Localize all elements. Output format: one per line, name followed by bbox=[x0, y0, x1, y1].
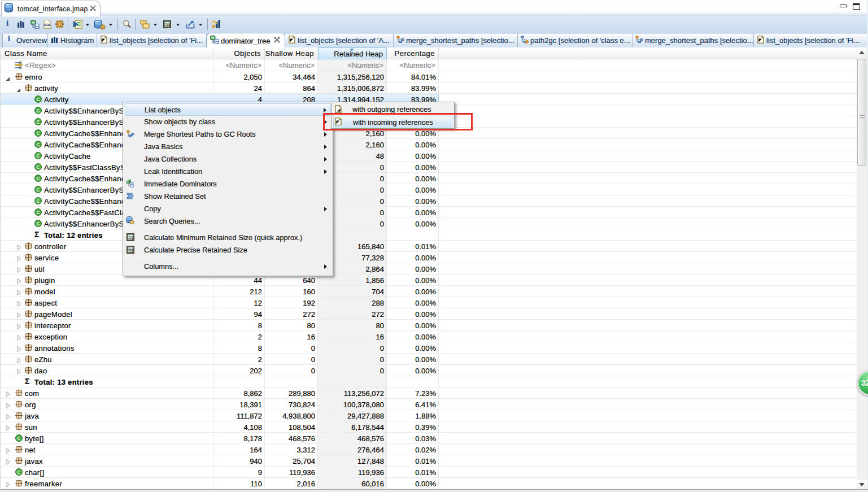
svg-text:C: C bbox=[36, 176, 40, 181]
svg-text:C: C bbox=[36, 142, 40, 147]
svg-text:C: C bbox=[36, 221, 40, 227]
svg-text:C: C bbox=[36, 153, 40, 159]
svg-text:C: C bbox=[36, 187, 40, 193]
svg-text:C: C bbox=[36, 108, 40, 114]
svg-text:C: C bbox=[36, 164, 40, 170]
svg-text:OQL: OQL bbox=[43, 23, 51, 27]
svg-text:C: C bbox=[17, 469, 20, 475]
svg-text:C: C bbox=[36, 119, 40, 125]
svg-text:C: C bbox=[36, 130, 40, 136]
svg-text:C: C bbox=[17, 436, 20, 441]
svg-text:C: C bbox=[36, 210, 40, 215]
svg-text:C: C bbox=[36, 97, 40, 102]
svg-text:C: C bbox=[36, 198, 40, 204]
